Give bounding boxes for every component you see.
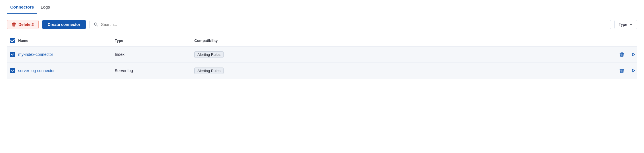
- tab-logs[interactable]: Logs: [37, 0, 53, 14]
- row-2-compatibility: Alerting Rules: [194, 68, 597, 74]
- search-icon: [94, 22, 98, 27]
- type-filter-dropdown[interactable]: Type: [614, 20, 637, 29]
- play-icon: [631, 52, 636, 57]
- row-2-actions: [597, 67, 637, 75]
- table-row: server-log-connector Server log Alerting…: [7, 63, 637, 79]
- type-filter-label: Type: [619, 22, 627, 27]
- search-bar[interactable]: [89, 20, 611, 29]
- chevron-down-icon: [629, 23, 633, 26]
- row-2-name[interactable]: server-log-connector: [18, 68, 115, 73]
- row-2-delete-button[interactable]: [618, 67, 626, 75]
- row-1-compatibility: Alerting Rules: [194, 51, 597, 58]
- row-1-type: Index: [115, 52, 194, 57]
- trash-icon: [619, 68, 624, 73]
- row-1-name[interactable]: my-index-connector: [18, 52, 115, 57]
- search-input[interactable]: [101, 22, 607, 27]
- col-header-compatibility: Compatibility: [194, 38, 597, 43]
- toolbar: Delete 2 Create connector Type: [0, 14, 644, 35]
- row-2-type: Server log: [115, 68, 194, 73]
- checkmark-icon: [11, 53, 14, 56]
- play-icon: [631, 68, 636, 73]
- row-1-run-button[interactable]: [629, 50, 637, 58]
- trash-icon: [619, 52, 624, 57]
- checkmark-icon: [10, 38, 15, 43]
- checkmark-icon: [11, 69, 14, 72]
- trash-icon: [12, 22, 16, 27]
- create-connector-button[interactable]: Create connector: [42, 20, 86, 29]
- create-label: Create connector: [48, 22, 80, 27]
- row-1-actions: [597, 50, 637, 58]
- delete-button[interactable]: Delete 2: [7, 20, 39, 29]
- row-2-checkbox[interactable]: [7, 68, 18, 73]
- table-header-row: Name Type Compatibility: [7, 35, 637, 46]
- row-1-delete-button[interactable]: [618, 50, 626, 58]
- row-1-checkbox[interactable]: [7, 52, 18, 57]
- connectors-table: Name Type Compatibility my-index-connect…: [0, 35, 644, 79]
- tabs-bar: Connectors Logs: [0, 0, 644, 14]
- col-header-type: Type: [115, 38, 194, 43]
- col-header-name: Name: [18, 38, 115, 43]
- select-all-checkbox[interactable]: [7, 38, 18, 43]
- table-row: my-index-connector Index Alerting Rules: [7, 46, 637, 63]
- delete-label: Delete 2: [18, 22, 34, 27]
- row-2-run-button[interactable]: [629, 67, 637, 75]
- tab-connectors[interactable]: Connectors: [7, 0, 37, 14]
